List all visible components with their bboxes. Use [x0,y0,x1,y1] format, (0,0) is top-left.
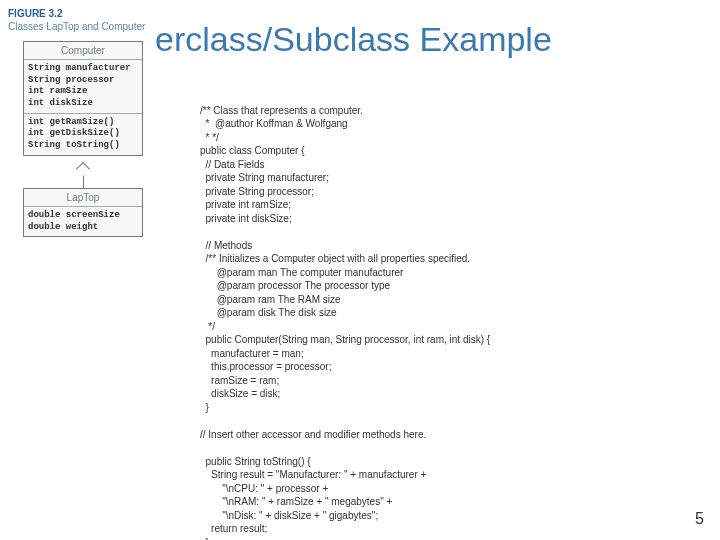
slide-title: erclass/Subclass Example [155,20,552,59]
figure-label: FIGURE 3.2 [8,8,158,19]
page-number: 5 [695,510,704,528]
code-listing: /** Class that represents a computer. * … [200,90,680,540]
figure-sidebar: FIGURE 3.2 Classes LapTop and Computer C… [8,8,158,245]
uml-methods: int getRamSize() int getDiskSize() Strin… [24,114,142,155]
uml-arrowhead-icon [76,162,90,176]
uml-class-computer: Computer String manufacturer String proc… [23,41,143,156]
uml-fields: double screenSize double weight [24,207,142,236]
uml-class-laptop: LapTop double screenSize double weight [23,188,143,237]
uml-fields: String manufacturer String processor int… [24,60,142,114]
code-block-1: /** Class that represents a computer. * … [200,105,363,224]
code-block-4: public String toString() { String result… [200,456,426,541]
figure-caption: Classes LapTop and Computer [8,21,158,33]
uml-class-name: Computer [24,42,142,60]
code-block-2: // Methods /** Initializes a Computer ob… [200,240,490,413]
uml-class-name: LapTop [24,189,142,207]
uml-generalization-arrow [8,164,158,188]
code-block-3: // Insert other accessor and modifier me… [200,429,426,440]
